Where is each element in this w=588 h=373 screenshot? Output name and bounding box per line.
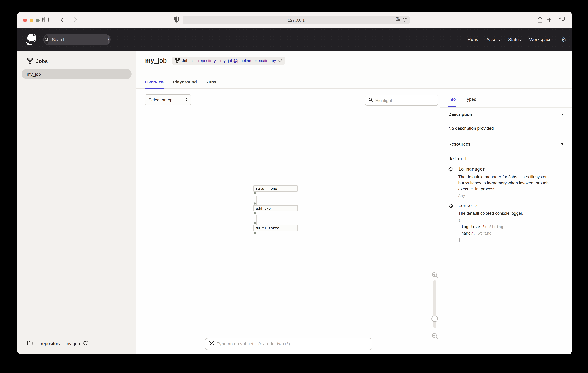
- op-graph-canvas[interactable]: Select an op...: [136, 89, 440, 354]
- minimize-window-button[interactable]: [30, 19, 33, 22]
- highlight-search-icon: [368, 98, 373, 103]
- tab-types[interactable]: Types: [465, 97, 476, 107]
- jobs-sidebar: Jobs my_job __repository__my_job: [17, 51, 136, 354]
- resources-body: default io_manager The default io mana: [440, 151, 572, 243]
- zoom-window-button[interactable]: [36, 19, 40, 22]
- app-header: / Runs Assets Status Workspace ⚙: [17, 28, 572, 51]
- resource-icon: [448, 203, 453, 243]
- edge-add-two-multi-three: [256, 215, 257, 225]
- resource-description: The default io manager for Jobs. Uses fi…: [458, 174, 551, 192]
- sidebar-item-my-job[interactable]: my_job: [22, 69, 132, 79]
- output-port[interactable]: [254, 212, 256, 214]
- job-header: my_job Job in __repository__my_job@p: [136, 51, 572, 89]
- panel-tabs: Info Types: [440, 89, 572, 108]
- info-panel: Info Types Description ▼ No description …: [440, 89, 572, 354]
- global-search[interactable]: /: [43, 34, 111, 45]
- resource-io-manager: io_manager The default io manager for Jo…: [448, 166, 564, 198]
- close-window-button[interactable]: [23, 19, 27, 22]
- resource-name: console: [458, 203, 551, 208]
- op-node-add-two[interactable]: add_two: [253, 205, 298, 211]
- dagster-logo[interactable]: [25, 32, 38, 47]
- search-icon: [44, 35, 49, 44]
- edge-return-one-add-two: [256, 196, 257, 205]
- updown-caret-icon: [184, 97, 187, 102]
- op-node-return-one[interactable]: return_one: [253, 186, 298, 192]
- top-nav: Runs Assets Status Workspace ⚙: [468, 36, 566, 43]
- folder-icon: [27, 340, 33, 347]
- output-port[interactable]: [254, 232, 256, 234]
- browser-window: 127.0.0.1 A x: [17, 12, 572, 354]
- resource-name: io_manager: [458, 166, 551, 172]
- translate-icon[interactable]: A x: [396, 17, 400, 23]
- op-subset-bar[interactable]: [205, 338, 372, 350]
- resource-console: console The default colored console logg…: [448, 203, 564, 243]
- job-graph-icon: [27, 58, 33, 65]
- description-section-header[interactable]: Description ▼: [440, 108, 572, 121]
- nav-status[interactable]: Status: [508, 37, 521, 42]
- resources-title: Resources: [448, 142, 471, 146]
- chevron-down-icon: ▼: [560, 142, 564, 146]
- input-port[interactable]: [254, 202, 256, 205]
- resource-config-schema: { log_level?: String name?: String }: [458, 217, 551, 243]
- repository-row: __repository__my_job: [17, 332, 136, 354]
- badge-prefix: Job in: [182, 58, 193, 63]
- tab-playground[interactable]: Playground: [173, 79, 197, 88]
- zoom-in-icon[interactable]: [432, 272, 438, 280]
- resource-description: The default colored console logger.: [458, 210, 551, 216]
- zoom-slider-knob[interactable]: [431, 316, 438, 322]
- highlight-search[interactable]: [365, 95, 438, 106]
- job-glyph-icon: [175, 58, 180, 64]
- url-text: 127.0.0.1: [288, 18, 305, 22]
- tab-info[interactable]: Info: [448, 97, 456, 107]
- nav-runs[interactable]: Runs: [468, 37, 478, 42]
- search-shortcut-badge: /: [108, 36, 109, 44]
- nav-workspace[interactable]: Workspace: [529, 37, 552, 42]
- sidebar-toggle-icon[interactable]: [42, 17, 49, 24]
- new-tab-icon[interactable]: [547, 18, 552, 23]
- op-node-multi-three[interactable]: multi_three: [253, 225, 298, 231]
- highlight-input[interactable]: [375, 98, 435, 103]
- browser-toolbar: 127.0.0.1 A x: [17, 12, 572, 28]
- forward-button[interactable]: [74, 17, 77, 24]
- nav-assets[interactable]: Assets: [486, 37, 500, 42]
- main-area: my_job Job in __repository__my_job@p: [136, 51, 572, 354]
- pipeline-file-link[interactable]: __repository__my_job@pipeline_execution.…: [194, 58, 276, 63]
- tab-overview-icon[interactable]: [559, 17, 565, 24]
- back-button[interactable]: [60, 17, 64, 24]
- tab-runs[interactable]: Runs: [206, 79, 216, 88]
- job-tabs: Overview Playground Runs: [145, 79, 216, 88]
- page-title: my_job: [145, 57, 167, 64]
- reload-icon[interactable]: [402, 17, 407, 23]
- op-select-dropdown[interactable]: Select an op...: [145, 94, 191, 105]
- tab-overview[interactable]: Overview: [145, 79, 164, 88]
- repository-reload-icon[interactable]: [83, 340, 88, 347]
- badge-reload-icon[interactable]: [278, 58, 282, 63]
- share-icon[interactable]: [537, 16, 543, 24]
- resource-group-name: default: [448, 156, 564, 161]
- gear-icon[interactable]: ⚙: [561, 36, 566, 43]
- description-title: Description: [448, 112, 472, 117]
- job-origin-badge: Job in __repository__my_job@pipeline_exe…: [172, 56, 285, 65]
- privacy-shield-icon[interactable]: [174, 16, 179, 24]
- sidebar-title: Jobs: [36, 58, 48, 64]
- search-input[interactable]: [49, 37, 108, 42]
- screenshot-frame: 127.0.0.1 A x: [0, 0, 588, 373]
- resources-section-header[interactable]: Resources ▼: [440, 137, 572, 151]
- address-bar[interactable]: 127.0.0.1 A x: [183, 16, 410, 24]
- repository-name[interactable]: __repository__my_job: [36, 341, 80, 346]
- op-select-label: Select an op...: [148, 97, 176, 102]
- zoom-out-icon[interactable]: [432, 333, 438, 340]
- input-port[interactable]: [254, 222, 256, 224]
- resource-type: Any: [458, 193, 551, 198]
- op-subset-input[interactable]: [217, 341, 368, 346]
- description-body: No description provided: [440, 121, 572, 137]
- svg-text:x: x: [398, 19, 399, 22]
- resource-icon: [448, 167, 453, 198]
- output-port[interactable]: [254, 192, 256, 194]
- chevron-down-icon: ▼: [560, 112, 564, 116]
- op-selector-icon: [209, 341, 214, 347]
- svg-text:A: A: [397, 18, 398, 20]
